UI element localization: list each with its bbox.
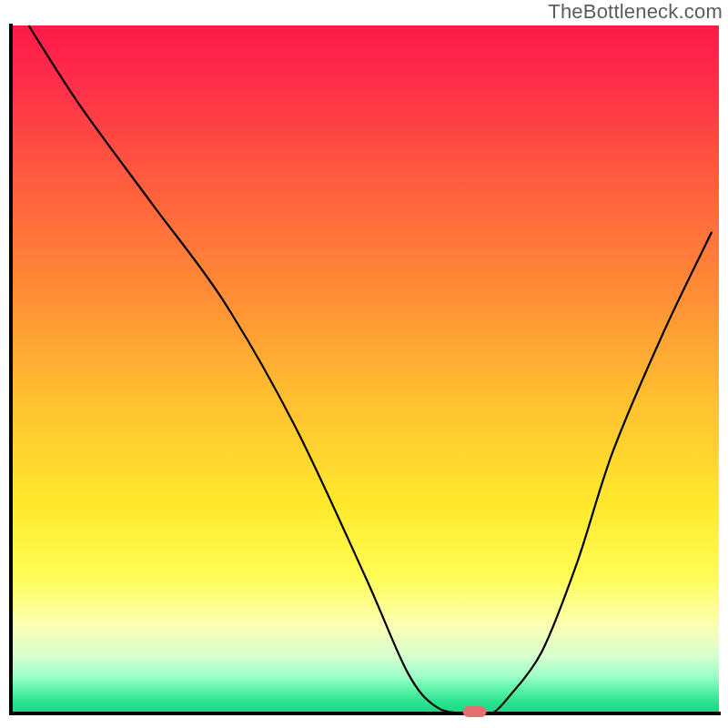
bottleneck-chart: TheBottleneck.com	[0, 0, 728, 728]
attribution-label: TheBottleneck.com	[548, 0, 723, 24]
optimal-marker	[463, 706, 487, 717]
chart-svg	[0, 0, 728, 728]
plot-background	[11, 25, 719, 713]
